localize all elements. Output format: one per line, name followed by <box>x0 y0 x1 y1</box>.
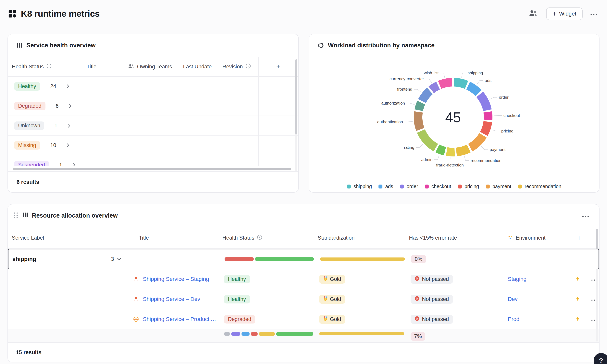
chevron-right-icon[interactable] <box>72 163 75 166</box>
workload-legend: shippingadsordercheckoutpricingpaymentre… <box>309 183 599 189</box>
donut-segment-authorization[interactable] <box>419 103 421 110</box>
donut-label-line <box>434 155 439 160</box>
donut-segment-pricing[interactable] <box>484 122 488 134</box>
x-circle-icon <box>414 316 420 323</box>
donut-label-line <box>414 89 421 92</box>
chevron-down-icon[interactable] <box>117 258 122 260</box>
donut-segment-frontend[interactable] <box>422 91 430 101</box>
legend-item[interactable]: payment <box>486 183 511 189</box>
legend-item[interactable]: order <box>400 183 418 189</box>
col-owning-teams[interactable]: Owning Teams <box>128 64 183 70</box>
donut-segment-order[interactable] <box>480 94 487 110</box>
info-icon <box>46 64 52 70</box>
horizontal-scrollbar[interactable] <box>13 167 294 171</box>
col-service-label[interactable]: Service Label <box>8 235 125 241</box>
donut-label: order <box>499 95 509 99</box>
results-count: 15 results <box>8 342 599 362</box>
card-menu-button[interactable] <box>580 210 591 221</box>
legend-swatch <box>425 184 429 188</box>
add-column-button[interactable]: + <box>258 63 298 71</box>
page-menu-button[interactable] <box>588 8 600 19</box>
chevron-right-icon[interactable] <box>69 104 72 108</box>
col-environment[interactable]: Environment <box>508 235 559 241</box>
add-widget-button[interactable]: + Widget <box>546 7 583 20</box>
service-title-link[interactable]: Shipping Service – Producti… <box>143 316 216 322</box>
scrollbar-thumb[interactable] <box>295 59 297 134</box>
col-error-rate[interactable]: Has <15% error rate <box>409 235 508 241</box>
health-status-row[interactable]: Healthy24 <box>8 77 298 96</box>
environment-dots-icon <box>508 235 513 241</box>
donut-label-line <box>489 97 497 99</box>
top-cards-row: Service health overview Health Status Ti… <box>0 27 607 193</box>
col-title[interactable]: Title <box>125 235 222 241</box>
health-distribution-bar <box>225 257 314 261</box>
vertical-scrollbar[interactable] <box>295 59 297 171</box>
donut-label: pricing <box>501 129 513 133</box>
status-badge: Unknown <box>14 121 44 130</box>
col-title[interactable]: Title <box>87 64 128 70</box>
col-last-update[interactable]: Last Update <box>183 64 222 70</box>
health-status-row[interactable]: Missing10 <box>8 136 298 155</box>
legend-item[interactable]: recommendation <box>518 183 561 189</box>
table-icon <box>22 212 28 219</box>
col-health-status[interactable]: Health Status <box>222 235 318 241</box>
chevron-right-icon[interactable] <box>67 143 69 147</box>
donut-segment-currency-converter[interactable] <box>431 86 438 90</box>
donut-label: rating <box>404 145 414 150</box>
donut-segment-payment[interactable] <box>470 135 483 148</box>
actions-button[interactable] <box>575 295 581 304</box>
bar-segment <box>255 257 314 261</box>
col-standardization[interactable]: Standardization <box>318 235 409 241</box>
health-status-row[interactable]: Unknown1 <box>8 116 298 136</box>
environment-link[interactable]: Prod <box>508 316 519 322</box>
service-health-card: Service health overview Health Status Ti… <box>7 34 299 193</box>
donut-segment-shipping[interactable] <box>454 82 467 85</box>
service-title-link[interactable]: Shipping Service – Staging <box>143 276 209 282</box>
error-rate-badge: 7% <box>411 332 425 341</box>
share-users-button[interactable] <box>526 7 540 21</box>
error-rate-label: Not passed <box>422 296 449 302</box>
vertical-scrollbar[interactable] <box>596 229 598 342</box>
group-row-shipping[interactable]: shipping 3 0% <box>8 249 599 269</box>
resource-allocation-card: Resource allocation overview Service Lab… <box>7 204 600 363</box>
health-status-row[interactable]: Degraded6 <box>8 96 298 116</box>
service-title-link[interactable]: Shipping Service – Dev <box>143 296 200 302</box>
scrollbar-thumb[interactable] <box>13 168 291 170</box>
donut-segment-fraud-detection[interactable] <box>447 152 455 152</box>
health-distribution-bar <box>224 332 313 336</box>
col-revision[interactable]: Revision <box>222 64 258 70</box>
medal-icon <box>323 276 328 282</box>
environment-link[interactable]: Staging <box>508 276 526 282</box>
donut-icon <box>318 42 324 49</box>
donut-label: recommendation <box>471 158 501 163</box>
error-rate-badge: Not passed <box>411 295 453 304</box>
chevron-right-icon[interactable] <box>67 84 69 89</box>
add-column-button[interactable]: + <box>559 234 599 242</box>
legend-item[interactable]: shipping <box>347 183 372 189</box>
donut-segment-wish-list[interactable] <box>440 82 452 85</box>
legend-item[interactable]: checkout <box>425 183 451 189</box>
donut-segment-admin[interactable] <box>437 148 445 151</box>
donut-segment-checkout[interactable] <box>488 112 488 120</box>
info-icon <box>257 235 262 241</box>
actions-button[interactable] <box>575 315 581 324</box>
partial-group-row[interactable]: 7% <box>8 329 599 342</box>
col-health-status[interactable]: Health Status <box>8 64 87 70</box>
environment-link[interactable]: Dev <box>508 296 518 302</box>
donut-label: currency-converter <box>389 77 424 81</box>
health-status-badge: Healthy <box>224 275 250 283</box>
standardization-label: Gold <box>330 276 341 282</box>
legend-item[interactable]: ads <box>378 183 393 189</box>
donut-segment-rating[interactable] <box>421 131 436 148</box>
drag-handle-icon[interactable] <box>14 212 19 220</box>
status-badge: Suspended <box>14 161 49 167</box>
donut-segment-recommendation[interactable] <box>456 148 469 152</box>
legend-item[interactable]: pricing <box>458 183 479 189</box>
donut-segment-ads[interactable] <box>468 86 479 93</box>
donut-label: ads <box>485 78 491 83</box>
health-status-row[interactable]: Suspended1 <box>8 155 298 166</box>
actions-button[interactable] <box>575 275 581 284</box>
chevron-right-icon[interactable] <box>68 123 70 128</box>
resource-allocation-header: Resource allocation overview <box>8 204 599 227</box>
donut-segment-authentication[interactable] <box>418 112 420 129</box>
